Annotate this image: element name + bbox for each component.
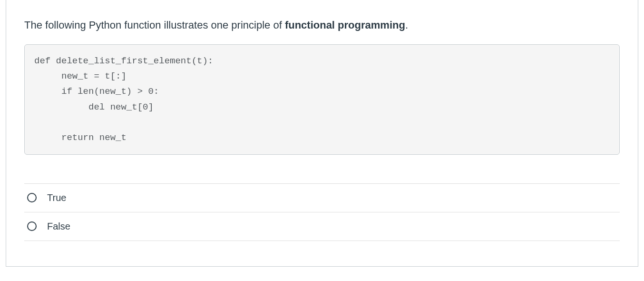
question-prompt: The following Python function illustrate… xyxy=(24,18,620,33)
page-container: The following Python function illustrate… xyxy=(0,0,644,281)
answer-label: False xyxy=(47,221,70,232)
question-body: The following Python function illustrate… xyxy=(6,0,638,155)
prompt-bold: functional programming xyxy=(285,19,405,31)
question-card: The following Python function illustrate… xyxy=(6,0,638,267)
prompt-prefix: The following Python function illustrate… xyxy=(24,19,285,31)
radio-icon[interactable] xyxy=(27,221,37,231)
code-block: def delete_list_first_element(t): new_t … xyxy=(24,44,620,155)
answer-option-false[interactable]: False xyxy=(24,212,620,241)
answer-label: True xyxy=(47,192,66,203)
radio-icon[interactable] xyxy=(27,193,37,202)
prompt-suffix: . xyxy=(405,19,408,31)
answer-option-true[interactable]: True xyxy=(24,183,620,212)
answers-list: True False xyxy=(6,183,638,241)
